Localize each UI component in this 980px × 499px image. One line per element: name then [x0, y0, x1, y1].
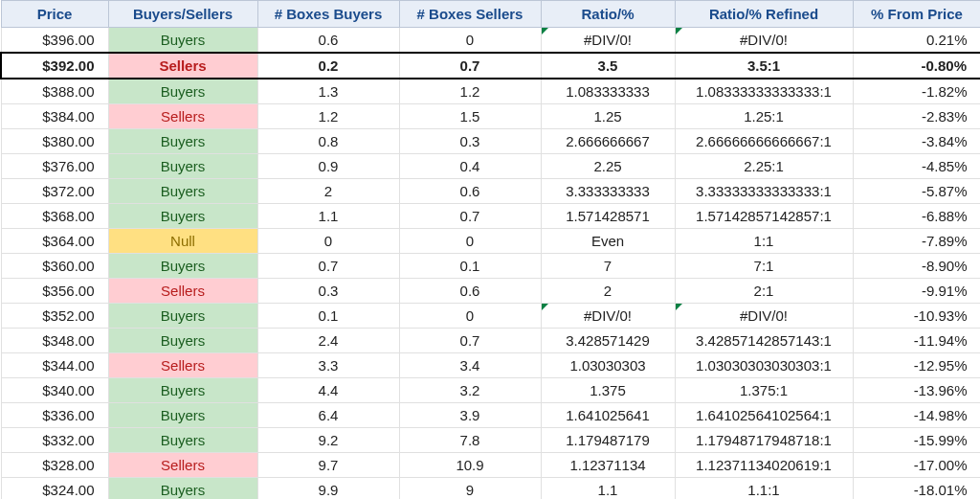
cell-boxes-buyers[interactable]: 6.4 [257, 403, 399, 428]
cell-pct-from-price[interactable]: -6.88% [853, 204, 980, 229]
cell-buyers-sellers[interactable]: Buyers [108, 403, 257, 428]
cell-boxes-buyers[interactable]: 0.6 [257, 28, 399, 54]
cell-ratio[interactable]: 2.25 [541, 154, 675, 179]
cell-boxes-sellers[interactable]: 3.4 [399, 353, 541, 378]
cell-boxes-buyers[interactable]: 2 [257, 179, 399, 204]
cell-ratio[interactable]: 1.25 [541, 104, 675, 129]
cell-price[interactable]: $324.00 [1, 478, 108, 500]
cell-boxes-sellers[interactable]: 0 [399, 229, 541, 254]
cell-buyers-sellers[interactable]: Buyers [108, 329, 257, 353]
header-price[interactable]: Price [1, 1, 108, 28]
cell-buyers-sellers[interactable]: Sellers [108, 453, 257, 478]
table-row[interactable]: $376.00Buyers0.90.42.252.25:1-4.85% [1, 154, 980, 179]
cell-ratio-refined[interactable]: 1.17948717948718:1 [675, 428, 853, 453]
table-row[interactable]: $384.00Sellers1.21.51.251.25:1-2.83% [1, 104, 980, 129]
cell-ratio[interactable]: Even [541, 229, 675, 254]
table-row[interactable]: $396.00Buyers0.60#DIV/0!#DIV/0!0.21% [1, 28, 980, 54]
table-row[interactable]: $364.00Null00Even1:1-7.89% [1, 229, 980, 254]
cell-boxes-sellers[interactable]: 10.9 [399, 453, 541, 478]
cell-boxes-sellers[interactable]: 0.7 [399, 204, 541, 229]
cell-boxes-buyers[interactable]: 9.7 [257, 453, 399, 478]
cell-price[interactable]: $384.00 [1, 104, 108, 129]
cell-pct-from-price[interactable]: -15.99% [853, 428, 980, 453]
cell-ratio-refined[interactable]: 7:1 [675, 254, 853, 279]
cell-pct-from-price[interactable]: -0.80% [853, 53, 980, 79]
cell-pct-from-price[interactable]: -11.94% [853, 329, 980, 353]
cell-ratio-refined[interactable]: 1.57142857142857:1 [675, 204, 853, 229]
cell-pct-from-price[interactable]: -9.91% [853, 279, 980, 304]
cell-price[interactable]: $360.00 [1, 254, 108, 279]
cell-boxes-sellers[interactable]: 0.6 [399, 179, 541, 204]
cell-boxes-buyers[interactable]: 0.9 [257, 154, 399, 179]
cell-boxes-buyers[interactable]: 0.7 [257, 254, 399, 279]
cell-buyers-sellers[interactable]: Buyers [108, 129, 257, 154]
cell-ratio-refined[interactable]: 1.08333333333333:1 [675, 79, 853, 104]
table-row[interactable]: $332.00Buyers9.27.81.1794871791.17948717… [1, 428, 980, 453]
cell-buyers-sellers[interactable]: Buyers [108, 28, 257, 54]
cell-ratio[interactable]: 3.5 [541, 53, 675, 79]
table-row[interactable]: $380.00Buyers0.80.32.6666666672.66666666… [1, 129, 980, 154]
cell-pct-from-price[interactable]: -8.90% [853, 254, 980, 279]
cell-ratio[interactable]: #DIV/0! [541, 28, 675, 54]
cell-price[interactable]: $372.00 [1, 179, 108, 204]
cell-ratio[interactable]: 1.375 [541, 378, 675, 403]
cell-buyers-sellers[interactable]: Sellers [108, 53, 257, 79]
cell-ratio[interactable]: 1.03030303 [541, 353, 675, 378]
cell-price[interactable]: $380.00 [1, 129, 108, 154]
cell-boxes-buyers[interactable]: 0.8 [257, 129, 399, 154]
cell-boxes-sellers[interactable]: 0.1 [399, 254, 541, 279]
header-ratio-refined[interactable]: Ratio/% Refined [675, 1, 853, 28]
table-row[interactable]: $324.00Buyers9.991.11.1:1-18.01% [1, 478, 980, 500]
cell-boxes-sellers[interactable]: 0 [399, 304, 541, 329]
cell-ratio[interactable]: 1.641025641 [541, 403, 675, 428]
cell-boxes-sellers[interactable]: 3.2 [399, 378, 541, 403]
table-row[interactable]: $360.00Buyers0.70.177:1-8.90% [1, 254, 980, 279]
cell-boxes-buyers[interactable]: 1.2 [257, 104, 399, 129]
cell-price[interactable]: $332.00 [1, 428, 108, 453]
cell-boxes-sellers[interactable]: 1.5 [399, 104, 541, 129]
cell-ratio[interactable]: 3.333333333 [541, 179, 675, 204]
cell-buyers-sellers[interactable]: Buyers [108, 428, 257, 453]
cell-boxes-sellers[interactable]: 3.9 [399, 403, 541, 428]
table-row[interactable]: $392.00Sellers0.20.73.53.5:1-0.80% [1, 53, 980, 79]
cell-buyers-sellers[interactable]: Buyers [108, 378, 257, 403]
cell-ratio[interactable]: 1.083333333 [541, 79, 675, 104]
cell-ratio[interactable]: 1.12371134 [541, 453, 675, 478]
cell-boxes-sellers[interactable]: 0.7 [399, 53, 541, 79]
cell-boxes-sellers[interactable]: 0.6 [399, 279, 541, 304]
cell-ratio-refined[interactable]: 2.66666666666667:1 [675, 129, 853, 154]
cell-ratio-refined[interactable]: 3.42857142857143:1 [675, 329, 853, 353]
cell-price[interactable]: $340.00 [1, 378, 108, 403]
cell-buyers-sellers[interactable]: Buyers [108, 478, 257, 500]
table-row[interactable]: $348.00Buyers2.40.73.4285714293.42857142… [1, 329, 980, 353]
table-row[interactable]: $356.00Sellers0.30.622:1-9.91% [1, 279, 980, 304]
cell-boxes-buyers[interactable]: 0.3 [257, 279, 399, 304]
cell-ratio-refined[interactable]: 1.375:1 [675, 378, 853, 403]
table-row[interactable]: $340.00Buyers4.43.21.3751.375:1-13.96% [1, 378, 980, 403]
cell-pct-from-price[interactable]: -4.85% [853, 154, 980, 179]
cell-boxes-sellers[interactable]: 0.7 [399, 329, 541, 353]
cell-price[interactable]: $344.00 [1, 353, 108, 378]
cell-ratio-refined[interactable]: 1:1 [675, 229, 853, 254]
cell-ratio[interactable]: 7 [541, 254, 675, 279]
cell-boxes-buyers[interactable]: 9.9 [257, 478, 399, 500]
cell-buyers-sellers[interactable]: Buyers [108, 254, 257, 279]
cell-ratio-refined[interactable]: #DIV/0! [675, 304, 853, 329]
cell-buyers-sellers[interactable]: Buyers [108, 154, 257, 179]
cell-pct-from-price[interactable]: -17.00% [853, 453, 980, 478]
cell-ratio[interactable]: 3.428571429 [541, 329, 675, 353]
cell-price[interactable]: $328.00 [1, 453, 108, 478]
cell-boxes-sellers[interactable]: 0 [399, 28, 541, 54]
table-row[interactable]: $372.00Buyers20.63.3333333333.3333333333… [1, 179, 980, 204]
cell-price[interactable]: $356.00 [1, 279, 108, 304]
table-row[interactable]: $388.00Buyers1.31.21.0833333331.08333333… [1, 79, 980, 104]
cell-ratio-refined[interactable]: 1.12371134020619:1 [675, 453, 853, 478]
cell-pct-from-price[interactable]: -18.01% [853, 478, 980, 500]
cell-buyers-sellers[interactable]: Null [108, 229, 257, 254]
cell-price[interactable]: $368.00 [1, 204, 108, 229]
cell-boxes-buyers[interactable]: 2.4 [257, 329, 399, 353]
cell-boxes-buyers[interactable]: 9.2 [257, 428, 399, 453]
cell-buyers-sellers[interactable]: Buyers [108, 204, 257, 229]
cell-ratio[interactable]: 1.179487179 [541, 428, 675, 453]
cell-pct-from-price[interactable]: -12.95% [853, 353, 980, 378]
